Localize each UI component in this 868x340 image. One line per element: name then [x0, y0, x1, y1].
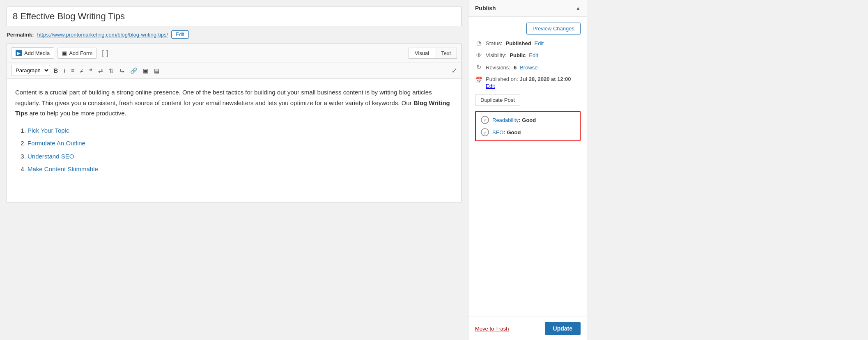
yoast-readability-icon: y — [481, 116, 489, 124]
bracket-icon: [ ] — [102, 49, 108, 57]
publish-section-header: Publish ▲ — [468, 0, 587, 17]
list-link-4[interactable]: Make Content Skimmable — [28, 165, 98, 172]
readability-text: Readability: Good — [492, 117, 536, 123]
list-link-2[interactable]: Formulate An Outline — [28, 140, 85, 147]
visibility-value: Public — [510, 52, 526, 58]
collapse-arrow-icon[interactable]: ▲ — [576, 5, 581, 11]
blockquote-button[interactable]: ❝ — [87, 66, 94, 75]
list-item: Pick Your Topic — [28, 125, 453, 136]
published-date-row: 📅 Published on: Jul 28, 2020 at 12:00 Ed… — [475, 76, 581, 89]
more-button[interactable]: ▤ — [152, 66, 161, 75]
editor-top-toolbar: ▶ Add Media ▣ Add Form [ ] Visual Text — [7, 44, 461, 62]
visibility-row: 👁 Visibility: Public Edit — [475, 52, 581, 59]
revisions-browse-link[interactable]: Browse — [520, 64, 537, 71]
post-title-input[interactable] — [7, 7, 462, 26]
permalink-url[interactable]: https://www.prontomarketing.com/blog/blo… — [37, 32, 168, 38]
list-link-1[interactable]: Pick Your Topic — [28, 127, 69, 134]
published-on-text: Published on: Jul 28, 2020 at 12:00 — [486, 76, 571, 82]
svg-text:y: y — [484, 118, 486, 122]
status-icon: ◔ — [475, 39, 482, 47]
readability-link[interactable]: Readability — [492, 117, 519, 123]
revisions-row: ↻ Revisions: 6 Browse — [475, 64, 581, 71]
seo-status: : Good — [503, 129, 521, 136]
update-button[interactable]: Update — [545, 322, 581, 335]
published-on-label: Published on: — [486, 76, 518, 82]
readability-row: y Readability: Good — [481, 116, 575, 124]
list-item: Make Content Skimmable — [28, 164, 453, 175]
sidebar: Publish ▲ Preview Changes ◔ Status: Publ… — [468, 0, 587, 340]
visibility-edit-link[interactable]: Edit — [529, 52, 538, 58]
seo-text: SEO: Good — [492, 129, 521, 136]
table-button[interactable]: ▣ — [141, 66, 150, 75]
publish-title: Publish — [475, 5, 496, 11]
list-item: Understand SEO — [28, 151, 453, 162]
duplicate-post-button[interactable]: Duplicate Post — [475, 94, 520, 106]
add-form-icon: ▣ — [62, 50, 67, 56]
list-item: Formulate An Outline — [28, 138, 453, 149]
status-row: ◔ Status: Published Edit — [475, 39, 581, 47]
status-label: Status: — [486, 40, 502, 46]
preview-changes-button[interactable]: Preview Changes — [526, 23, 581, 34]
move-to-trash-button[interactable]: Move to Trash — [475, 326, 509, 332]
permalink-label: Permalink: — [7, 32, 34, 38]
editor-format-bar: Paragraph B I ≡ ≠ ❝ ⇄ ⇅ ⇆ 🔗 ▣ ▤ ⤢ — [7, 62, 461, 79]
fullscreen-button[interactable]: ⤢ — [452, 67, 457, 74]
link-button[interactable]: 🔗 — [128, 66, 139, 75]
visibility-icon: 👁 — [475, 52, 482, 59]
svg-text:y: y — [484, 130, 486, 135]
text-tab[interactable]: Text — [435, 48, 457, 58]
align-right-button[interactable]: ⇆ — [117, 66, 126, 75]
permalink-edit-button[interactable]: Edit — [171, 30, 189, 39]
revisions-label: Revisions: — [486, 64, 510, 71]
calendar-icon: 📅 — [475, 76, 482, 84]
align-center-button[interactable]: ⇅ — [107, 66, 116, 75]
published-date-text: Published on: Jul 28, 2020 at 12:00 Edit — [486, 76, 571, 89]
visual-text-tabs: Visual Text — [409, 48, 457, 59]
body-paragraph: Content is a crucial part of building a … — [15, 87, 453, 119]
list-link-3[interactable]: Understand SEO — [28, 153, 74, 160]
italic-button[interactable]: I — [62, 66, 67, 75]
paragraph-select[interactable]: Paragraph — [11, 65, 50, 76]
add-media-icon: ▶ — [16, 50, 22, 56]
visibility-label: Visibility: — [486, 52, 506, 58]
sidebar-inner: Preview Changes ◔ Status: Published Edit… — [468, 17, 587, 147]
add-form-button[interactable]: ▣ Add Form — [57, 48, 97, 59]
ordered-list-button[interactable]: ≠ — [78, 66, 85, 75]
visual-tab[interactable]: Visual — [409, 48, 435, 58]
add-media-button[interactable]: ▶ Add Media — [11, 47, 54, 59]
body-list: Pick Your Topic Formulate An Outline Und… — [28, 125, 453, 175]
bold-button[interactable]: B — [52, 66, 60, 75]
status-value: Published — [505, 40, 531, 46]
yoast-box: y Readability: Good y SEO: Good — [475, 111, 581, 141]
published-on-edit-link[interactable]: Edit — [486, 83, 571, 89]
readability-status: : Good — [519, 117, 536, 123]
align-left-button[interactable]: ⇄ — [96, 66, 105, 75]
editor-container: ▶ Add Media ▣ Add Form [ ] Visual Text P… — [7, 44, 462, 202]
seo-link[interactable]: SEO — [492, 129, 503, 136]
editor-body[interactable]: Content is a crucial part of building a … — [7, 79, 461, 202]
status-edit-link[interactable]: Edit — [535, 40, 544, 46]
yoast-seo-icon: y — [481, 128, 489, 136]
published-on-value: Jul 28, 2020 at 12:00 — [519, 76, 571, 82]
revisions-icon: ↻ — [475, 64, 482, 71]
unordered-list-button[interactable]: ≡ — [69, 66, 76, 75]
revisions-count: 6 — [514, 64, 517, 71]
sidebar-footer: Move to Trash Update — [468, 317, 587, 340]
seo-row: y SEO: Good — [481, 128, 575, 136]
